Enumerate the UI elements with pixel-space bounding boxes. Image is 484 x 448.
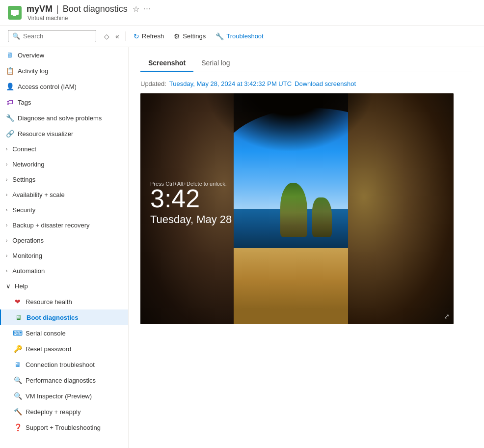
time-display: 3:42 Tuesday, May 28 bbox=[150, 186, 232, 226]
expand-icon[interactable]: ⤢ bbox=[444, 312, 450, 320]
sidebar-item-settings[interactable]: › Settings bbox=[0, 172, 128, 187]
resource-visualizer-icon: 🔗 bbox=[6, 130, 14, 138]
tab-serial-log-label: Serial log bbox=[201, 59, 230, 67]
sidebar-item-diagnose[interactable]: 🔧 Diagnose and solve problems bbox=[0, 110, 128, 126]
sidebar-label-operations: Operations bbox=[12, 237, 44, 244]
performance-diagnostics-icon: 🔍 bbox=[14, 376, 22, 384]
screenshot-date: Tuesday, May 28 bbox=[150, 213, 232, 226]
sidebar-item-networking[interactable]: › Networking bbox=[0, 157, 128, 172]
sidebar-label-performance-diagnostics: Performance diagnostics bbox=[26, 377, 96, 384]
sidebar-section-help[interactable]: ∨ Help bbox=[0, 279, 128, 294]
sidebar-label-reset-password: Reset password bbox=[26, 345, 71, 353]
screenshot-time: 3:42 bbox=[150, 186, 232, 211]
sidebar-label-vm-inspector: VM Inspector (Preview) bbox=[26, 392, 92, 400]
sidebar-label-availability: Availability + scale bbox=[12, 191, 64, 198]
sidebar-item-operations[interactable]: › Operations bbox=[0, 233, 128, 248]
sidebar-item-vm-inspector[interactable]: 🔍 VM Inspector (Preview) bbox=[0, 388, 128, 404]
sidebar-item-tags[interactable]: 🏷 Tags bbox=[0, 94, 128, 110]
sidebar-label-connect: Connect bbox=[12, 145, 36, 153]
tab-serial-log[interactable]: Serial log bbox=[193, 55, 238, 72]
sidebar-label-help: Help bbox=[15, 282, 28, 290]
svg-rect-2 bbox=[12, 16, 17, 16]
sidebar-label-boot-diagnostics: Boot diagnostics bbox=[27, 314, 78, 321]
sidebar-item-automation[interactable]: › Automation bbox=[0, 263, 128, 279]
sidebar-item-connect[interactable]: › Connect bbox=[0, 141, 128, 157]
vm-svg-icon bbox=[10, 8, 19, 17]
svg-rect-0 bbox=[11, 10, 19, 15]
sidebar-item-boot-diagnostics[interactable]: 🖥 Boot diagnostics bbox=[0, 309, 128, 325]
activity-log-icon: 📋 bbox=[6, 67, 14, 75]
sidebar-item-overview[interactable]: 🖥 Overview bbox=[0, 47, 128, 63]
settings-button[interactable]: ⚙ Settings bbox=[170, 30, 210, 43]
overview-icon: 🖥 bbox=[6, 51, 14, 59]
download-screenshot-link[interactable]: Download screenshot bbox=[295, 80, 356, 87]
update-time: Tuesday, May 28, 2024 at 3:42:32 PM UTC bbox=[169, 80, 292, 87]
toolbar-arrows: ◇ « bbox=[102, 31, 121, 41]
search-box[interactable]: 🔍 bbox=[8, 30, 96, 42]
sidebar-item-backup[interactable]: › Backup + disaster recovery bbox=[0, 218, 128, 233]
diagnose-icon: 🔧 bbox=[6, 114, 14, 122]
settings-icon: ⚙ bbox=[174, 32, 180, 40]
support-icon: ❓ bbox=[14, 423, 22, 431]
nav-back-btn[interactable]: « bbox=[113, 31, 121, 41]
sidebar-item-support[interactable]: ❓ Support + Troubleshooting bbox=[0, 420, 128, 435]
page-header: myVM | Boot diagnostics ☆ ··· Virtual ma… bbox=[0, 0, 484, 26]
sidebar-item-connection-troubleshoot[interactable]: 🖥 Connection troubleshoot bbox=[0, 357, 128, 372]
chevron-networking: › bbox=[6, 162, 7, 167]
sidebar-label-resource-visualizer: Resource visualizer bbox=[18, 130, 73, 138]
more-options-icon[interactable]: ··· bbox=[143, 4, 151, 13]
sidebar-label-activity-log: Activity log bbox=[18, 67, 48, 75]
nav-diamond-btn[interactable]: ◇ bbox=[102, 31, 111, 41]
sidebar-item-security[interactable]: › Security bbox=[0, 202, 128, 218]
resource-health-icon: ❤ bbox=[14, 298, 22, 306]
tab-screenshot-label: Screenshot bbox=[148, 59, 186, 67]
sidebar-label-security: Security bbox=[12, 206, 35, 214]
sidebar-label-networking: Networking bbox=[12, 161, 44, 168]
update-label: Updated: bbox=[140, 80, 166, 87]
vm-name: myVM bbox=[27, 4, 53, 14]
chevron-operations: › bbox=[6, 238, 7, 243]
main-layout: 🖥 Overview 📋 Activity log 👤 Access contr… bbox=[0, 47, 484, 448]
boot-diagnostics-icon: 🖥 bbox=[15, 313, 23, 321]
sidebar-label-connection-troubleshoot: Connection troubleshoot bbox=[26, 361, 95, 368]
sidebar-item-performance-diagnostics[interactable]: 🔍 Performance diagnostics bbox=[0, 372, 128, 388]
sidebar-label-access-control: Access control (IAM) bbox=[18, 83, 77, 90]
header-text-block: myVM | Boot diagnostics ☆ ··· Virtual ma… bbox=[27, 4, 151, 22]
search-icon: 🔍 bbox=[12, 32, 20, 40]
sidebar-item-redeploy[interactable]: 🔨 Redeploy + reapply bbox=[0, 404, 128, 420]
sidebar-item-resource-visualizer[interactable]: 🔗 Resource visualizer bbox=[0, 126, 128, 141]
sidebar-item-availability[interactable]: › Availability + scale bbox=[0, 187, 128, 202]
vm-inspector-icon: 🔍 bbox=[14, 392, 22, 400]
troubleshoot-icon: 🔧 bbox=[215, 32, 224, 40]
sidebar-item-access-control[interactable]: 👤 Access control (IAM) bbox=[0, 79, 128, 94]
chevron-automation: › bbox=[6, 268, 7, 274]
redeploy-icon: 🔨 bbox=[14, 408, 22, 416]
sidebar-item-serial-console[interactable]: ⌨ Serial console bbox=[0, 325, 128, 341]
sidebar-item-activity-log[interactable]: 📋 Activity log bbox=[0, 63, 128, 79]
sidebar-label-automation: Automation bbox=[12, 267, 45, 275]
toolbar-divider-1 bbox=[125, 31, 126, 41]
chevron-connect: › bbox=[6, 146, 7, 152]
header-title-row: myVM | Boot diagnostics ☆ ··· bbox=[27, 4, 151, 14]
tags-icon: 🏷 bbox=[6, 98, 14, 106]
sidebar-item-reset-password[interactable]: 🔑 Reset password bbox=[0, 341, 128, 357]
sea-stack-1 bbox=[280, 183, 307, 237]
search-input[interactable] bbox=[23, 32, 92, 40]
tab-screenshot[interactable]: Screenshot bbox=[140, 55, 193, 72]
chevron-settings: › bbox=[6, 177, 7, 182]
sidebar-item-resource-health[interactable]: ❤ Resource health bbox=[0, 294, 128, 309]
troubleshoot-button[interactable]: 🔧 Troubleshoot bbox=[212, 30, 267, 43]
sidebar-label-monitoring: Monitoring bbox=[12, 252, 42, 259]
sidebar-label-resource-health: Resource health bbox=[26, 298, 72, 306]
toolbar: 🔍 ◇ « ↻ Refresh ⚙ Settings 🔧 Troubleshoo… bbox=[0, 26, 484, 47]
sidebar-label-tags: Tags bbox=[18, 99, 31, 106]
sidebar-item-monitoring[interactable]: › Monitoring bbox=[0, 248, 128, 263]
sidebar-label-diagnose: Diagnose and solve problems bbox=[18, 114, 102, 122]
refresh-button[interactable]: ↻ Refresh bbox=[130, 30, 168, 43]
svg-rect-1 bbox=[13, 15, 16, 16]
favorite-icon[interactable]: ☆ bbox=[133, 4, 139, 14]
sidebar-label-overview: Overview bbox=[18, 52, 44, 59]
serial-console-icon: ⌨ bbox=[14, 329, 22, 337]
sidebar-label-redeploy: Redeploy + reapply bbox=[26, 408, 81, 416]
chevron-monitoring: › bbox=[6, 253, 7, 258]
